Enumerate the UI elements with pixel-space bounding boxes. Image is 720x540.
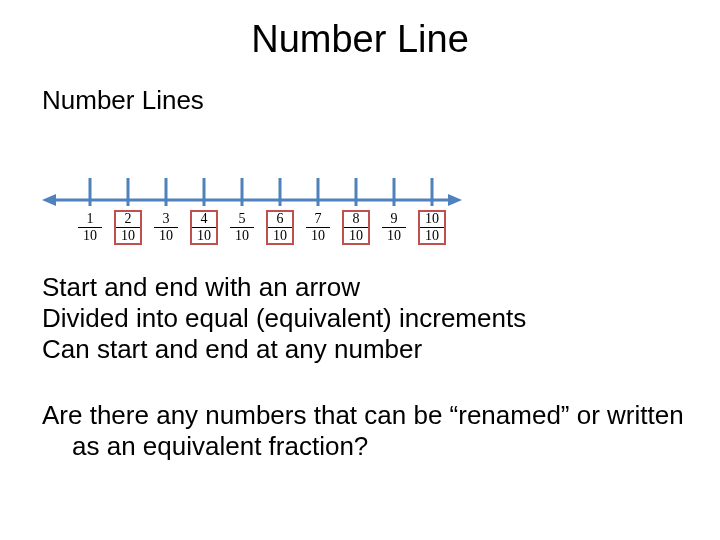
slide-title: Number Line [0,18,720,61]
bullet-1: Start and end with an arrow [42,272,526,303]
tick-label-7: 710 [306,212,330,243]
tick-label-1: 110 [78,212,102,243]
slide: Number Line Number Lines 110 210 310 410… [0,0,720,540]
tick-label-2: 210 [116,212,140,243]
tick-label-9: 910 [382,212,406,243]
tick-label-4: 410 [192,212,216,243]
tick-label-8: 810 [344,212,368,243]
tick-label-5: 510 [230,212,254,243]
svg-marker-1 [42,194,56,206]
bullet-3: Can start and end at any number [42,334,526,365]
question-text: Are there any numbers that can be “renam… [42,400,692,462]
tick-label-6: 610 [268,212,292,243]
bullet-2: Divided into equal (equivalent) incremen… [42,303,526,334]
tick-label-3: 310 [154,212,178,243]
svg-marker-2 [448,194,462,206]
number-line: 110 210 310 410 510 610 710 810 910 1010 [42,160,462,260]
slide-subtitle: Number Lines [42,85,204,116]
number-line-svg [42,160,462,210]
body-text: Start and end with an arrow Divided into… [42,272,526,366]
tick-label-10: 1010 [420,212,444,243]
